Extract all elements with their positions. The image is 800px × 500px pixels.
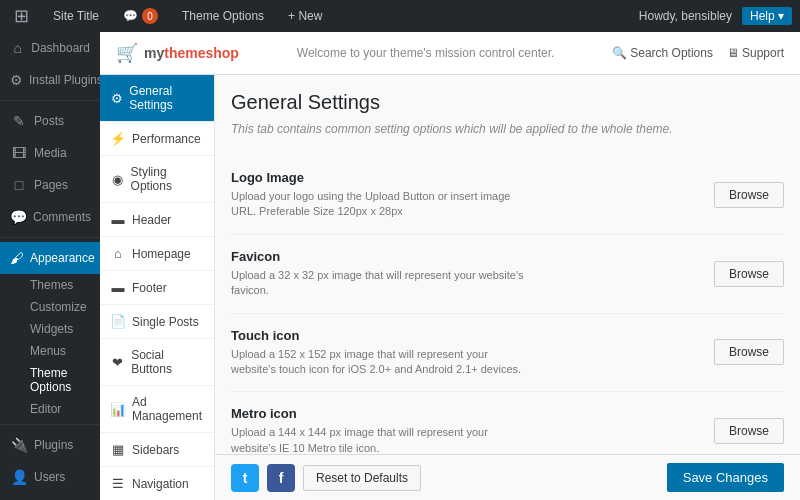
sidebar-item-pages[interactable]: □ Pages: [0, 169, 100, 201]
site-name-label: Site Title: [53, 9, 99, 23]
help-button[interactable]: Help ▾: [742, 7, 792, 25]
right-panel: 🛒 mythemeshop Welcome to your theme's mi…: [100, 32, 800, 500]
ad-icon: 📊: [110, 402, 126, 417]
howdy-label: Howdy, bensibley: [639, 9, 732, 23]
support-button[interactable]: 🖥 Support: [727, 46, 784, 60]
sidebar-label-install-plugins: Install Plugins: [29, 73, 100, 87]
browse-button-favicon[interactable]: Browse: [714, 261, 784, 287]
theme-nav-ad[interactable]: 📊 Ad Management: [100, 386, 214, 433]
sidebar-item-tools[interactable]: 🔧 Tools: [0, 493, 100, 500]
theme-nav-performance[interactable]: ⚡ Performance: [100, 122, 214, 156]
twitter-icon[interactable]: t: [231, 464, 259, 492]
theme-nav-single-posts[interactable]: 📄 Single Posts: [100, 305, 214, 339]
sidebar-sub-editor[interactable]: Editor: [0, 398, 100, 420]
theme-nav-label-header: Header: [132, 213, 171, 227]
plugins-icon: 🔌: [10, 437, 28, 453]
reset-button[interactable]: Reset to Defaults: [303, 465, 421, 491]
theme-nav-label-homepage: Homepage: [132, 247, 191, 261]
setting-desc-logo: Upload your logo using the Upload Button…: [231, 189, 531, 220]
theme-nav-footer[interactable]: ▬ Footer: [100, 271, 214, 305]
content-subtitle: This tab contains common setting options…: [231, 122, 784, 136]
brand-highlight: themeshop: [164, 45, 239, 61]
sidebar-item-dashboard[interactable]: ⌂ Dashboard: [0, 32, 100, 64]
theme-nav-homepage[interactable]: ⌂ Homepage: [100, 237, 214, 271]
theme-options-button[interactable]: Theme Options: [176, 0, 270, 32]
brand-logo: 🛒 mythemeshop: [116, 42, 239, 64]
theme-nav-label-single-posts: Single Posts: [132, 315, 199, 329]
setting-title-favicon: Favicon: [231, 249, 531, 264]
theme-nav-label-general: General Settings: [129, 84, 204, 112]
theme-nav-label-navigation: Navigation: [132, 477, 189, 491]
setting-row-logo: Logo Image Upload your logo using the Up…: [231, 156, 784, 235]
setting-desc-touch-icon: Upload a 152 x 152 px image that will re…: [231, 347, 531, 378]
setting-row-touch-icon: Touch icon Upload a 152 x 152 px image t…: [231, 314, 784, 393]
notifications-button[interactable]: 💬 0: [117, 0, 164, 32]
site-title-button[interactable]: Site Title: [47, 0, 105, 32]
sidebar-item-install-plugins[interactable]: ⚙ Install Plugins: [0, 64, 100, 96]
sidebar-item-users[interactable]: 👤 Users: [0, 461, 100, 493]
theme-nav-social[interactable]: ❤ Social Buttons: [100, 339, 214, 386]
new-label: + New: [288, 9, 322, 23]
bottom-left-actions: t f Reset to Defaults: [231, 464, 421, 492]
setting-title-metro-icon: Metro icon: [231, 406, 531, 421]
sidebar-sub-customize[interactable]: Customize: [0, 296, 100, 318]
sidebar-sub-menus[interactable]: Menus: [0, 340, 100, 362]
sidebar-sub-theme-options[interactable]: Theme Options: [0, 362, 100, 398]
save-changes-button[interactable]: Save Changes: [667, 463, 784, 492]
performance-icon: ⚡: [110, 131, 126, 146]
sidebar-item-media[interactable]: 🎞 Media: [0, 137, 100, 169]
sidebar-label-users: Users: [34, 470, 65, 484]
comments-icon: 💬: [10, 209, 27, 225]
sidebar-label-pages: Pages: [34, 178, 68, 192]
setting-info-metro-icon: Metro icon Upload a 144 x 144 px image t…: [231, 406, 531, 454]
bottom-bar: t f Reset to Defaults Save Changes: [215, 454, 800, 500]
new-button[interactable]: + New: [282, 0, 328, 32]
theme-topbar: 🛒 mythemeshop Welcome to your theme's mi…: [100, 32, 800, 75]
sidebar-item-posts[interactable]: ✎ Posts: [0, 105, 100, 137]
sidebar-item-plugins[interactable]: 🔌 Plugins: [0, 429, 100, 461]
users-icon: 👤: [10, 469, 28, 485]
media-icon: 🎞: [10, 145, 28, 161]
brand-name: mythemeshop: [144, 45, 239, 61]
theme-nav-header[interactable]: ▬ Header: [100, 203, 214, 237]
content-scroll: General Settings This tab contains commo…: [215, 75, 800, 454]
sidebar-label-plugins: Plugins: [34, 438, 73, 452]
install-plugins-icon: ⚙: [10, 72, 23, 88]
content-area: General Settings This tab contains commo…: [215, 75, 800, 500]
search-icon: 🔍: [612, 46, 627, 60]
sidebar-item-comments[interactable]: 💬 Comments: [0, 201, 100, 233]
welcome-text: Welcome to your theme's mission control …: [297, 46, 555, 60]
dashboard-icon: ⌂: [10, 40, 25, 56]
theme-nav-label-ad: Ad Management: [132, 395, 204, 423]
theme-nav-label-footer: Footer: [132, 281, 167, 295]
sidebar-label-posts: Posts: [34, 114, 64, 128]
header-icon: ▬: [110, 212, 126, 227]
theme-nav-navigation[interactable]: ☰ Navigation: [100, 467, 214, 500]
browse-button-metro-icon[interactable]: Browse: [714, 418, 784, 444]
sidebar-sub-widgets[interactable]: Widgets: [0, 318, 100, 340]
appearance-icon: 🖌: [10, 250, 24, 266]
theme-nav-label-styling: Styling Options: [131, 165, 204, 193]
browse-button-logo[interactable]: Browse: [714, 182, 784, 208]
sidebar-label-dashboard: Dashboard: [31, 41, 90, 55]
search-options-button[interactable]: 🔍 Search Options: [612, 46, 713, 60]
sidebars-icon: ▦: [110, 442, 126, 457]
sidebar-sub-themes[interactable]: Themes: [0, 274, 100, 296]
wp-logo-button[interactable]: ⊞: [8, 0, 35, 32]
topbar-actions: 🔍 Search Options 🖥 Support: [612, 46, 784, 60]
social-icon: ❤: [110, 355, 125, 370]
facebook-icon[interactable]: f: [267, 464, 295, 492]
support-icon: 🖥: [727, 46, 739, 60]
theme-nav-sidebar: ⚙ General Settings ⚡ Performance ◉ Styli…: [100, 75, 215, 500]
wp-sidebar: ⌂ Dashboard ⚙ Install Plugins ✎ Posts 🎞 …: [0, 32, 100, 500]
cart-icon: 🛒: [116, 42, 138, 64]
theme-nav-general-settings[interactable]: ⚙ General Settings: [100, 75, 214, 122]
theme-nav-label-performance: Performance: [132, 132, 201, 146]
theme-nav-sidebars[interactable]: ▦ Sidebars: [100, 433, 214, 467]
setting-info-touch-icon: Touch icon Upload a 152 x 152 px image t…: [231, 328, 531, 378]
wp-logo-icon: ⊞: [14, 5, 29, 27]
browse-button-touch-icon[interactable]: Browse: [714, 339, 784, 365]
setting-title-touch-icon: Touch icon: [231, 328, 531, 343]
theme-nav-styling[interactable]: ◉ Styling Options: [100, 156, 214, 203]
sidebar-item-appearance[interactable]: 🖌 Appearance: [0, 242, 100, 274]
